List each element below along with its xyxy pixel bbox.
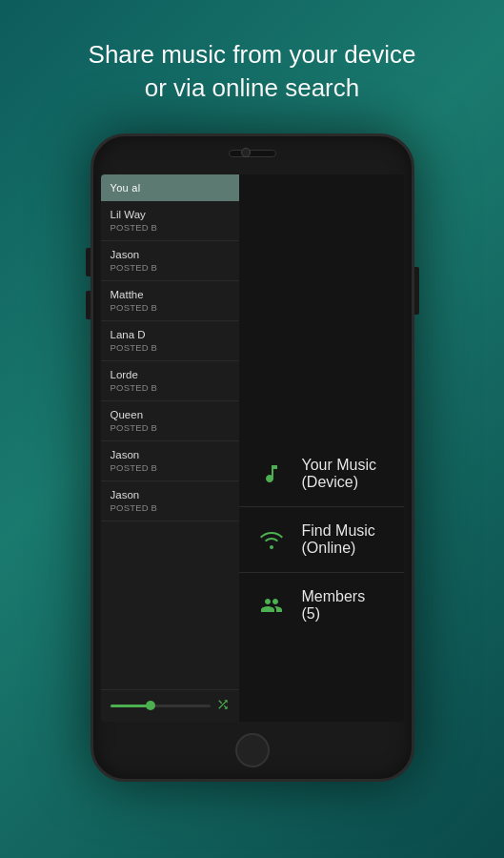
- menu-item-device-music[interactable]: Your Music (Device): [239, 441, 404, 507]
- song-meta: POSTED B: [111, 502, 230, 513]
- song-title: Lorde: [111, 369, 230, 380]
- song-title: Lil Way: [111, 209, 230, 220]
- shuffle-icon[interactable]: [216, 698, 230, 714]
- members-icon: [258, 592, 285, 619]
- song-list-panel: You al Lil Way POSTED B Jason POSTED B M…: [101, 174, 239, 722]
- song-meta: POSTED B: [111, 422, 230, 433]
- song-meta: POSTED B: [111, 462, 230, 473]
- song-item[interactable]: Jason POSTED B: [101, 481, 239, 521]
- header-line2: or via online search: [145, 73, 359, 102]
- song-item[interactable]: Queen POSTED B: [101, 401, 239, 441]
- bottom-playback-bar: [101, 689, 239, 722]
- song-item[interactable]: Lana D POSTED B: [101, 321, 239, 361]
- phone-side-right: [414, 267, 419, 315]
- progress-thumb: [146, 701, 155, 710]
- you-also-bar: You al: [101, 174, 239, 201]
- song-item[interactable]: Jason POSTED B: [101, 241, 239, 281]
- phone-side-left1: [86, 248, 91, 276]
- phone-side-left2: [86, 291, 91, 319]
- context-menu-panel: Your Music (Device) Find Music (Online): [239, 174, 404, 722]
- song-meta: POSTED B: [111, 262, 230, 273]
- song-title: Matthe: [111, 289, 230, 300]
- song-title: Lana D: [111, 329, 230, 340]
- song-item[interactable]: Matthe POSTED B: [101, 281, 239, 321]
- progress-fill: [111, 705, 151, 707]
- song-title: Queen: [111, 409, 230, 420]
- menu-item-online-music[interactable]: Find Music (Online): [239, 507, 404, 573]
- phone-screen: You al Lil Way POSTED B Jason POSTED B M…: [101, 174, 404, 722]
- svg-point-0: [270, 545, 273, 549]
- header: Share music from your device or via onli…: [50, 0, 454, 124]
- song-title: Jason: [111, 449, 230, 460]
- song-title: Jason: [111, 249, 230, 260]
- phone-home-button[interactable]: [235, 733, 270, 767]
- song-meta: POSTED B: [111, 342, 230, 353]
- progress-bar[interactable]: [111, 705, 211, 707]
- menu-item-device-music-label: Your Music (Device): [302, 457, 385, 491]
- menu-item-members-label: Members (5): [302, 588, 385, 623]
- menu-spacer: [239, 174, 404, 441]
- phone-container: You al Lil Way POSTED B Jason POSTED B M…: [91, 133, 414, 782]
- header-line1: Share music from your device: [89, 40, 416, 69]
- phone-speaker: [229, 150, 276, 157]
- wifi-music-icon: [258, 526, 285, 553]
- song-meta: POSTED B: [111, 302, 230, 313]
- menu-item-online-music-label: Find Music (Online): [302, 522, 385, 557]
- song-title: Jason: [111, 489, 230, 500]
- song-meta: POSTED B: [111, 382, 230, 393]
- song-item[interactable]: Jason POSTED B: [101, 441, 239, 481]
- song-meta: POSTED B: [111, 222, 230, 233]
- menu-item-members[interactable]: Members (5): [239, 573, 404, 638]
- song-item[interactable]: Lil Way POSTED B: [101, 201, 239, 241]
- phone-body: You al Lil Way POSTED B Jason POSTED B M…: [91, 133, 414, 782]
- music-note-icon: [258, 460, 285, 487]
- song-item[interactable]: Lorde POSTED B: [101, 361, 239, 401]
- phone-camera: [241, 148, 251, 157]
